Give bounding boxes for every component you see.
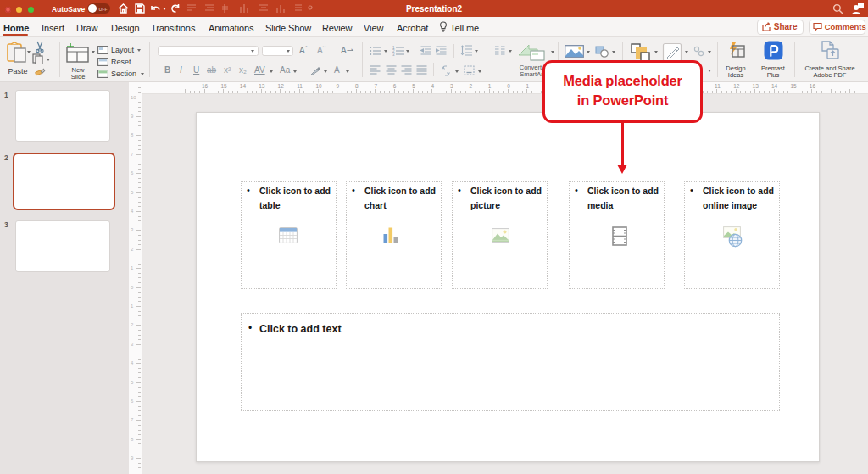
svg-text:3: 3	[392, 53, 395, 56]
